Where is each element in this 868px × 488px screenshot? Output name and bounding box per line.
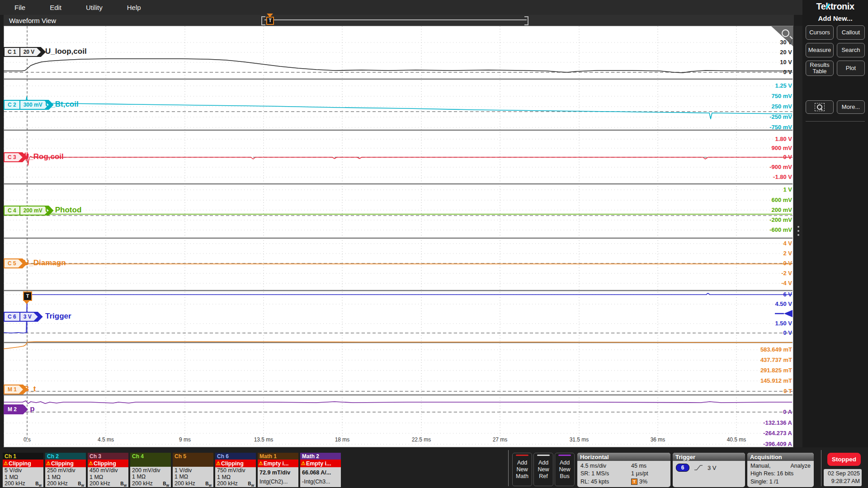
oscilloscope-screen: FileEditUtilityHelp Waveform View T 30 V… bbox=[0, 0, 868, 488]
bottom-separator bbox=[821, 450, 821, 486]
scale-tick: 1.80 V bbox=[715, 136, 792, 142]
date-text: 02 Sep 2025 bbox=[826, 470, 860, 478]
scale-tick: 200 mV bbox=[715, 206, 792, 213]
channel-name-label: U_loop,coil bbox=[45, 47, 87, 56]
time-axis-label: 31.5 ms bbox=[570, 436, 589, 443]
trigger-time-marker[interactable]: T bbox=[23, 291, 32, 301]
trigger-panel[interactable]: Trigger63 V bbox=[673, 453, 745, 487]
clipping-warning-banner: ⚠Empty i... bbox=[300, 460, 341, 467]
bottom-separator bbox=[508, 450, 509, 486]
scale-tick: 6 V bbox=[715, 291, 792, 298]
trigger-position-marker[interactable]: T bbox=[266, 17, 274, 25]
cursors-button[interactable]: Cursors bbox=[806, 25, 834, 40]
clipping-warning-banner: ⚠Clipping bbox=[215, 460, 256, 467]
bandwidth-limit-icon: BW bbox=[35, 481, 42, 487]
scale-tick: 0 T bbox=[715, 388, 792, 394]
bandwidth-limit-icon: BW bbox=[120, 481, 127, 487]
bandwidth-limit-icon: BW bbox=[78, 481, 84, 487]
time-axis-label: 22.5 ms bbox=[412, 436, 431, 443]
bandwidth-limit-icon: BW bbox=[248, 481, 254, 487]
time-axis-label: 0 s bbox=[24, 436, 31, 443]
trigger-position-icon: T bbox=[631, 479, 637, 485]
scale-tick: -200 mV bbox=[715, 216, 792, 223]
horizontal-panel[interactable]: Horizontal4.5 ms/div45 msSR: 1 MS/s1 µs/… bbox=[577, 453, 670, 487]
scale-tick: -600 mV bbox=[715, 226, 792, 233]
time-axis-label: 4.5 ms bbox=[98, 436, 114, 443]
bottom-badge-math-2[interactable]: Math 2⚠Empty i...66.068 A/...-Intg(Ch3..… bbox=[300, 453, 341, 487]
warning-icon: ⚠ bbox=[89, 460, 93, 466]
channel-name-label: U_Bt,coil bbox=[45, 100, 79, 109]
scale-tick: 1 V bbox=[715, 186, 792, 193]
add-new-ref-button[interactable]: AddNewRef bbox=[533, 453, 553, 486]
scale-tick: 4 V bbox=[715, 240, 792, 247]
channel-name-label: U_Rog,coil bbox=[24, 152, 64, 161]
menu-utility[interactable]: Utility bbox=[86, 4, 103, 11]
scale-tick: -4 V bbox=[715, 280, 792, 286]
scale-tick: 30 V bbox=[715, 39, 792, 46]
time-axis-label: 9 ms bbox=[179, 436, 191, 443]
channel-name-label: U_Diamagn bbox=[24, 258, 66, 267]
scale-tick: 250 mV bbox=[715, 103, 792, 110]
trigger-source-badge: 6 bbox=[676, 464, 689, 472]
scale-tick: 600 mV bbox=[715, 197, 792, 203]
channel-name-label: Trigger bbox=[45, 312, 71, 321]
time-axis-label: 27 ms bbox=[493, 436, 508, 443]
horizontal-position-left-bracket bbox=[261, 16, 265, 25]
scale-tick: 4.50 V bbox=[715, 300, 792, 307]
trigger-level-value: 3 V bbox=[708, 465, 717, 471]
scale-tick: -1.80 V bbox=[715, 174, 792, 180]
scale-tick: -264.273 A bbox=[715, 430, 792, 436]
scale-tick: -900 mV bbox=[715, 164, 792, 170]
bottom-badge-ch-5[interactable]: Ch 51 V/div1 MΩ200 kHzBW bbox=[173, 453, 213, 487]
add-new-math-button[interactable]: AddNewMath bbox=[512, 453, 532, 486]
warning-icon: ⚠ bbox=[46, 460, 51, 466]
channel-badge-c1[interactable]: C 120 V bbox=[4, 47, 46, 57]
right-sidebar: Tektronix Add New... CursorsCalloutMeasu… bbox=[802, 0, 868, 488]
scale-tick: 2 V bbox=[715, 250, 792, 257]
scale-tick: 0 V bbox=[715, 69, 792, 75]
measure-button[interactable]: Measure bbox=[806, 43, 834, 57]
plot-button[interactable]: Plot bbox=[837, 61, 865, 76]
clipping-warning-banner: ⚠Clipping bbox=[88, 460, 128, 467]
scale-tick: -2 V bbox=[715, 270, 792, 277]
acquisition-panel[interactable]: AcquisitionManual,AnalyzeHigh Res: 16 bi… bbox=[747, 453, 814, 487]
channel-badge-c6[interactable]: C 63 V bbox=[4, 312, 43, 322]
menu-file[interactable]: File bbox=[14, 4, 25, 11]
magnifier-icon bbox=[782, 29, 789, 37]
add-new-heading: Add New... bbox=[802, 14, 868, 22]
waveform-plot-area[interactable] bbox=[4, 26, 793, 447]
scale-tick: -250 mV bbox=[715, 113, 792, 120]
scale-tick: 0 V bbox=[715, 260, 792, 267]
channel-name-label: U_Photod bbox=[45, 206, 81, 215]
more-button[interactable]: More... bbox=[837, 100, 865, 114]
time-axis-label: 13.5 ms bbox=[254, 436, 274, 443]
magnifier-handle-icon bbox=[789, 36, 793, 39]
menu-edit[interactable]: Edit bbox=[50, 4, 61, 11]
bottom-badge-ch-3[interactable]: Ch 3⚠Clipping450 mV/div1 MΩ200 kHzBW bbox=[88, 453, 128, 487]
bottom-badge-ch-1[interactable]: Ch 1⚠Clipping5 V/div1 MΩ200 kHzBW bbox=[3, 453, 43, 487]
acquisition-status-stopped[interactable]: Stopped bbox=[827, 453, 861, 466]
panel-splitter[interactable] bbox=[794, 26, 802, 447]
bandwidth-limit-icon: BW bbox=[163, 481, 169, 487]
scale-tick: 900 mV bbox=[715, 145, 792, 151]
callout-button[interactable]: Callout bbox=[837, 25, 865, 40]
time-axis-label: 36 ms bbox=[651, 436, 665, 443]
scale-tick: 291.825 mT bbox=[715, 367, 792, 374]
bottom-badge-ch-6[interactable]: Ch 6⚠Clipping750 mV/div1 MΩ200 kHzBW bbox=[215, 453, 256, 487]
tektronix-logo: Tektronix bbox=[802, 1, 868, 12]
waveform-view-titlebar[interactable]: Waveform View bbox=[4, 15, 794, 26]
menu-help[interactable]: Help bbox=[127, 4, 141, 11]
scale-tick: -132.136 A bbox=[715, 419, 792, 426]
bottom-badge-math-1[interactable]: Math 1⚠Empty i...72.9 mT/divIntg(Ch2)... bbox=[258, 453, 298, 487]
add-new-bus-button[interactable]: AddNewBus bbox=[555, 453, 575, 486]
search-button[interactable]: Search bbox=[837, 43, 865, 57]
area-zoom-button[interactable] bbox=[806, 100, 834, 114]
horizontal-position-bar[interactable] bbox=[264, 19, 527, 20]
bottom-badge-ch-2[interactable]: Ch 2⚠Clipping250 mV/div1 MΩ200 kHzBW bbox=[45, 453, 86, 487]
scale-tick: 10 V bbox=[715, 59, 792, 66]
scale-tick: -750 mV bbox=[715, 124, 792, 131]
bottom-badge-ch-4[interactable]: Ch 4200 mV/div1 MΩ200 kHzBW bbox=[130, 453, 171, 487]
bandwidth-limit-icon: BW bbox=[205, 481, 212, 487]
results-table-button[interactable]: Results Table bbox=[806, 61, 834, 76]
channel-name-label: B_t bbox=[24, 385, 36, 394]
